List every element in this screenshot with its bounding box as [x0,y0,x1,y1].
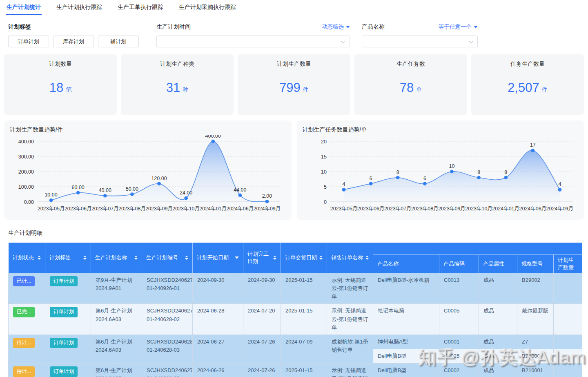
point-value-label: 400.00 [205,135,221,139]
chart-point[interactable] [103,194,107,198]
column-header[interactable]: 计划完工日期 [243,243,281,273]
area-chart-production-qty: 0.00100.00200.00300.00400.0010.002023年05… [10,135,285,216]
plan-time-select[interactable] [156,36,350,47]
cell-plan-name: 第6月-生产计划2024.6A03 [91,304,142,335]
sort-icon[interactable] [232,257,239,259]
sort-icon[interactable] [35,256,41,260]
point-value-label: 44.00 [234,187,246,193]
stat-card-title: 计划数量 [49,60,72,68]
dynamic-filter-link[interactable]: 动态筛选 [322,23,350,31]
cell-plan-code: SCJHXSDD240628-01-240628-03 [142,335,193,363]
product-column-header[interactable]: 产品属性 [479,255,517,273]
sort-icon[interactable] [317,256,323,260]
tag-badge: 订单计划 [50,338,78,348]
table-row[interactable]: 待计...订单计划第6月-生产计划2024.6A03SCJHXSDD240628… [9,335,582,349]
plan-time-filter-group: 生产计划时间 动态筛选 [156,24,350,47]
cell-finish-date: 2024-07-26 [243,364,281,377]
sort-icon[interactable] [271,256,276,260]
y-tick-label: 20 [321,139,327,145]
chart-point[interactable] [76,191,80,195]
x-category-label: 2023年09月 [145,206,173,212]
chart-point[interactable] [238,193,242,197]
x-category-label: 2024年06月 [519,206,546,212]
product-column-header[interactable]: 产品编码 [439,255,479,273]
table-row[interactable]: 已完...订单计划第6月-生产计划2024.6A03SCJHXSDD240627… [9,304,582,335]
chart-point[interactable] [558,188,561,192]
y-tick-label: 0 [324,199,327,205]
point-value-label: 60.00 [72,185,85,190]
cell-tag: 订单计划 [45,304,91,335]
y-tick-label: 200.00 [18,169,34,175]
cell-start-date: 2024-06-27 [193,335,243,363]
product-column-header[interactable]: 计划生产数量 [554,255,582,273]
chart-title: 计划生产数量趋势/件 [10,126,286,134]
column-header[interactable]: 生产计划编号 [142,243,193,273]
stat-card-value: 78 [400,80,414,95]
chart-point[interactable] [184,196,188,200]
cell-status: 已完... [9,304,45,335]
table-section-title: 生产计划明细 [8,230,588,237]
cell-tag: 订单计划 [45,335,91,363]
cell-start-date: 2024-06-28 [193,304,243,335]
tab-workorder-execution-tracking[interactable]: 生产工单执行跟踪 [117,0,164,15]
stat-card-title: 任务生产数量 [510,60,545,68]
cell-product-code: C0025 [439,349,479,363]
chart-point[interactable] [423,182,427,185]
sort-icon[interactable] [363,256,369,260]
caret-down-icon [346,26,350,28]
cell-product-name: Dell电脑B型 [373,364,439,377]
chart-point[interactable] [130,192,134,196]
chart-point[interactable] [49,199,53,202]
tab-plan-execution-tracking[interactable]: 生产计划执行跟踪 [56,0,103,15]
tab-plan-statistics[interactable]: 生产计划统计 [6,0,42,15]
chart-point[interactable] [531,149,535,152]
cell-product-code: C0002 [439,364,479,377]
chart-point[interactable] [396,176,399,180]
chart-point[interactable] [211,140,215,143]
cell-product-qty [554,349,582,363]
product-name-select[interactable] [362,36,478,47]
column-header[interactable]: 计划开始日期 [193,243,243,273]
stat-card-unit: 笔 [66,86,71,94]
column-header[interactable]: 订单交货日期 [281,243,327,273]
stat-card-title: 计划生产数量 [277,60,311,68]
x-category-label: 2023年07月 [91,206,119,212]
production-plan-table: 计划状态计划标签生产计划名称生产计划编号计划开始日期计划完工日期订单交货日期销售… [8,242,582,377]
column-header[interactable]: 生产计划名称 [91,243,142,273]
x-category-label: 2024年06月 [226,206,254,212]
sort-icon[interactable] [183,256,188,260]
cell-delivery-date: 2025-01-15 [281,304,327,335]
column-header[interactable]: 销售订单名称 [327,243,373,273]
product-column-header[interactable]: 规格型号 [517,255,554,273]
product-name-label: 产品名称 [362,23,385,31]
chart-point[interactable] [157,182,161,185]
chart-point[interactable] [342,188,345,192]
product-column-header[interactable]: 产品名称 [373,255,439,273]
cell-status: 待计... [9,335,45,363]
order-plan-button[interactable]: 订单计划 [8,36,49,47]
tab-plan-purchase-tracking[interactable]: 生产计划采购执行跟踪 [178,0,237,15]
cell-finish-date: 2024-07-20 [243,304,281,335]
sort-icon[interactable] [132,256,138,260]
sort-icon[interactable] [81,256,87,260]
point-value-label: 10 [449,163,454,169]
chart-point[interactable] [477,176,481,180]
stat-card-task-count: 生产任务数 78单 [354,54,467,115]
column-header[interactable]: 计划标签 [45,243,91,273]
aux-plan-button[interactable]: 辅计划 [98,36,139,47]
point-value-label: 10.00 [45,192,57,198]
stock-plan-button[interactable]: 库存计划 [53,36,94,47]
chart-point[interactable] [265,200,269,203]
point-value-label: 8 [477,170,480,175]
column-header[interactable]: 计划状态 [9,243,45,273]
table-row[interactable]: 已计...订单计划第9月-生产计划2024.9A01SCJHXSDD240627… [9,273,582,304]
table-row[interactable]: 待计...订单计划第6月-生产计划2024.6A05SCJHXSDD240627… [9,364,582,377]
cell-status: 待计... [9,364,45,377]
cell-product-qty [554,304,582,335]
chart-point[interactable] [504,176,508,180]
chart-point[interactable] [369,182,372,185]
plan-tag-label: 计划标签 [8,23,31,31]
chart-point[interactable] [450,170,454,174]
equals-any-link[interactable]: 等于任意一个 [439,23,478,31]
chevron-down-icon [469,39,473,43]
